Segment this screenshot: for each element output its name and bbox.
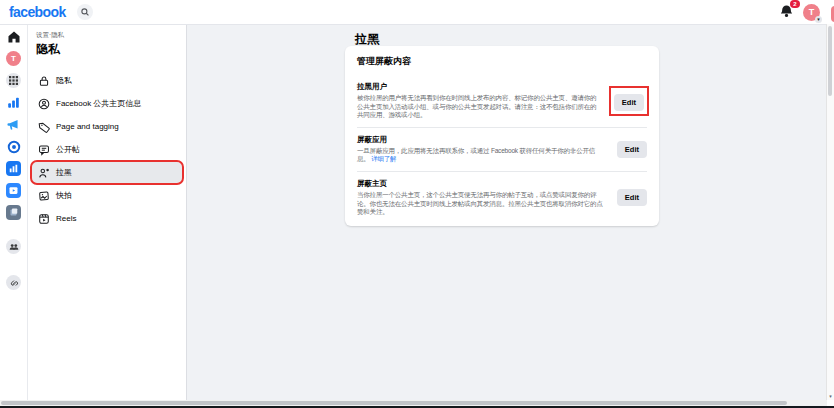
sidebar-item-label: 快拍 [56, 190, 72, 201]
search-icon [80, 7, 90, 17]
vertical-scrollbar[interactable]: ▾ [826, 24, 834, 400]
row-title: 屏蔽应用 [357, 135, 607, 145]
link-icon[interactable] [6, 275, 21, 290]
notifications-badge: 2 [790, 0, 800, 8]
insights-chart-icon[interactable] [6, 95, 21, 110]
setting-row-block-pages: 屏蔽主页 当你拉黑一个公共主页，这个公共主页便无法再与你的帖子互动，或点赞或回复… [357, 171, 647, 224]
person-block-icon [37, 166, 50, 179]
sidebar-item-reels[interactable]: Reels [32, 208, 182, 229]
sidebar-item-page-info[interactable]: Facebook 公共主页信息 [32, 93, 182, 114]
row-description: 一旦屏蔽应用，此应用将无法再联系你，或通过 Facebook 获得任何关于你的非… [357, 147, 607, 164]
row-title: 屏蔽主页 [357, 179, 607, 189]
scroll-down-arrow-icon[interactable]: ▾ [827, 393, 834, 399]
sidebar-item-label: 公开帖 [56, 144, 80, 155]
megaphone-icon[interactable] [6, 117, 21, 132]
horizontal-scrollbar-thumb[interactable] [1, 401, 787, 405]
video-app-icon[interactable] [6, 183, 21, 198]
topbar-right: 2 T ▾ [779, 4, 820, 21]
avatar-initial: T [809, 7, 815, 17]
blocking-settings-card: 管理屏蔽内容 拉黑用户 被你拉黑的用户将无法再看到你在时间线上发布的内容、标记你… [345, 46, 659, 226]
row-title: 拉黑用户 [357, 82, 601, 92]
sidebar-item-public-posts[interactable]: 公开帖 [32, 139, 182, 160]
menu-grid-icon[interactable] [6, 73, 21, 88]
sidebar-item-label: 隐私 [56, 75, 72, 86]
main-content: 拉黑 管理屏蔽内容 拉黑用户 被你拉黑的用户将无法再看到你在时间线上发布的内容、… [187, 24, 827, 400]
person-circle-icon [37, 97, 50, 110]
edit-annotation-box: Edit [611, 88, 647, 114]
profile-avatar-icon[interactable]: T [6, 51, 21, 66]
row-text: 拉黑用户 被你拉黑的用户将无法再看到你在时间线上发布的内容、标记你的公共主页、邀… [357, 82, 601, 120]
row-description-text: 被你拉黑的用户将无法再看到你在时间线上发布的内容、标记你的公共主页、邀请你的公共… [357, 94, 596, 118]
reels-icon [37, 212, 50, 225]
sidebar-item-stories[interactable]: 快拍 [32, 185, 182, 206]
account-menu-button[interactable]: T ▾ [803, 4, 820, 21]
home-icon[interactable] [6, 29, 21, 44]
breadcrumb: 设置·隐私 [36, 31, 186, 40]
sidebar-item-label: Reels [56, 214, 76, 223]
row-description: 被你拉黑的用户将无法再看到你在时间线上发布的内容、标记你的公共主页、邀请你的公共… [357, 94, 601, 120]
setting-row-block-users: 拉黑用户 被你拉黑的用户将无法再看到你在时间线上发布的内容、标记你的公共主页、邀… [357, 75, 647, 127]
sidebar-item-label: 拉黑 [56, 167, 72, 178]
tag-icon [37, 120, 50, 133]
edit-block-apps-button[interactable]: Edit [617, 141, 647, 158]
settings-sidebar: 设置·隐私 隐私 隐私 Facebook 公共主页信息 Page and tag… [28, 24, 187, 400]
notifications-button[interactable]: 2 [779, 4, 795, 20]
row-text: 屏蔽应用 一旦屏蔽应用，此应用将无法再联系你，或通过 Facebook 获得任何… [357, 135, 607, 164]
sidebar-item-privacy[interactable]: 隐私 [32, 70, 182, 91]
topbar: facebook 2 T ▾ [0, 0, 834, 25]
row-description: 当你拉黑一个公共主页，这个公共主页便无法再与你的帖子互动，或点赞或回复你的评论。… [357, 191, 607, 217]
settings-menu: 隐私 Facebook 公共主页信息 Page and tagging 公开帖 [28, 70, 186, 229]
pages-app-icon[interactable] [6, 205, 21, 220]
groups-icon[interactable] [6, 239, 21, 254]
edit-block-users-button[interactable]: Edit [614, 94, 644, 111]
row-text: 屏蔽主页 当你拉黑一个公共主页，这个公共主页便无法再与你的帖子互动，或点赞或回复… [357, 179, 607, 217]
sidebar-item-label: Facebook 公共主页信息 [56, 98, 141, 109]
search-button[interactable] [77, 4, 93, 20]
business-app-icon[interactable] [6, 161, 21, 176]
edit-block-pages-button[interactable]: Edit [617, 189, 647, 206]
learn-more-link[interactable]: 详细了解 [371, 155, 396, 162]
facebook-logo[interactable]: facebook [9, 0, 66, 24]
vertical-scrollbar-thumb[interactable] [828, 26, 832, 96]
photo-icon [37, 189, 50, 202]
sidebar-item-blocking[interactable]: 拉黑 [32, 162, 182, 183]
setting-row-block-apps: 屏蔽应用 一旦屏蔽应用，此应用将无法再联系你，或通过 Facebook 获得任何… [357, 127, 647, 171]
sidebar-title: 隐私 [36, 41, 186, 58]
lock-icon [37, 74, 50, 87]
sidebar-item-page-and-tagging[interactable]: Page and tagging [32, 116, 182, 137]
app-rail: T [0, 24, 28, 400]
sidebar-item-label: Page and tagging [56, 122, 119, 131]
account-chevron-icon: ▾ [815, 16, 822, 23]
row-description-text: 当你拉黑一个公共主页，这个公共主页便无法再与你的帖子互动，或点赞或回复你的评论。… [357, 191, 603, 215]
speech-bubble-icon [37, 143, 50, 156]
compass-icon[interactable] [6, 139, 21, 154]
facebook-settings-window: facebook 2 T ▾ T [0, 0, 834, 408]
card-header: 管理屏蔽内容 [345, 46, 659, 75]
